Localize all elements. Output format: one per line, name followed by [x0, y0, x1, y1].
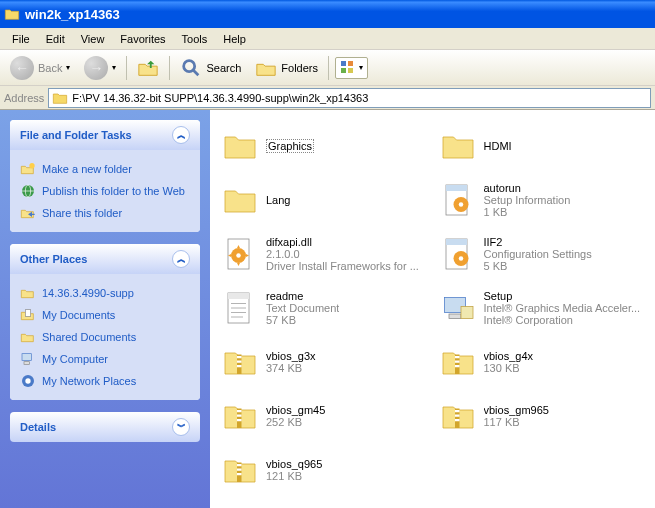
task-label: Share this folder — [42, 207, 122, 219]
chevron-up-icon: ︽ — [172, 126, 190, 144]
details-header[interactable]: Details ︾ — [10, 412, 200, 442]
task-share[interactable]: Share this folder — [20, 202, 190, 224]
zip-icon — [440, 398, 476, 434]
inf-icon — [440, 182, 476, 218]
file-meta: Intel® Corporation — [484, 314, 641, 326]
place-network[interactable]: My Network Places — [20, 370, 190, 392]
file-name: vbios_g3x — [266, 350, 316, 362]
addressbar: Address F:\PV 14.36.32-bit SUPP\14.36.3.… — [0, 86, 655, 110]
file-name: autorun — [484, 182, 571, 194]
file-item[interactable]: vbios_q965121 KB — [220, 444, 428, 496]
file-meta: Text Document — [266, 302, 339, 314]
file-meta: 57 KB — [266, 314, 339, 326]
file-item[interactable]: Graphics — [220, 120, 428, 172]
file-name: vbios_g4x — [484, 350, 534, 362]
tasks-header[interactable]: File and Folder Tasks ︽ — [10, 120, 200, 150]
places-header[interactable]: Other Places ︽ — [10, 244, 200, 274]
dll-icon — [222, 236, 258, 272]
file-meta: Configuration Settings — [484, 248, 592, 260]
place-label: My Network Places — [42, 375, 136, 387]
menu-help[interactable]: Help — [215, 31, 254, 47]
svg-rect-5 — [348, 68, 353, 73]
menu-file[interactable]: File — [4, 31, 38, 47]
file-item[interactable]: vbios_g4x130 KB — [438, 336, 646, 388]
folder-up-icon — [137, 57, 159, 79]
search-button[interactable]: Search — [176, 55, 245, 81]
svg-rect-37 — [237, 361, 242, 363]
place-my-documents[interactable]: My Documents — [20, 304, 190, 326]
sidebar: File and Folder Tasks ︽ Make a new folde… — [0, 110, 210, 508]
place-my-computer[interactable]: My Computer — [20, 348, 190, 370]
file-item[interactable]: readmeText Document57 KB — [220, 282, 428, 334]
network-icon — [20, 373, 36, 389]
details-panel: Details ︾ — [10, 412, 200, 442]
place-shared-documents[interactable]: Shared Documents — [20, 326, 190, 348]
folder-new-icon — [20, 161, 36, 177]
file-item[interactable]: difxapi.dll2.1.0.0Driver Install Framewo… — [220, 228, 428, 280]
address-path: F:\PV 14.36.32-bit SUPP\14.36.3.4990-sup… — [72, 92, 368, 104]
svg-rect-33 — [449, 314, 461, 319]
task-new-folder[interactable]: Make a new folder — [20, 158, 190, 180]
forward-button[interactable]: → ▾ — [80, 54, 120, 82]
file-item[interactable]: vbios_gm45252 KB — [220, 390, 428, 442]
file-meta: Driver Install Frameworks for ... — [266, 260, 419, 272]
up-button[interactable] — [133, 55, 163, 81]
file-meta: 252 KB — [266, 416, 325, 428]
back-button[interactable]: ← Back ▾ — [6, 54, 74, 82]
folder-icon — [222, 128, 258, 164]
separator — [169, 56, 170, 80]
ini-icon — [440, 236, 476, 272]
shared-docs-icon — [20, 329, 36, 345]
toolbar: ← Back ▾ → ▾ Search Folders ▾ — [0, 50, 655, 86]
file-text: difxapi.dll2.1.0.0Driver Install Framewo… — [266, 236, 419, 272]
chevron-down-icon: ︾ — [172, 418, 190, 436]
file-meta: 2.1.0.0 — [266, 248, 419, 260]
menu-tools[interactable]: Tools — [174, 31, 216, 47]
menu-view[interactable]: View — [73, 31, 113, 47]
file-meta: 117 KB — [484, 416, 549, 428]
file-name: Setup — [484, 290, 641, 302]
file-item[interactable]: vbios_gm965117 KB — [438, 390, 646, 442]
place-parent-folder[interactable]: 14.36.3.4990-supp — [20, 282, 190, 304]
address-label: Address — [4, 92, 44, 104]
file-text: vbios_gm45252 KB — [266, 404, 325, 428]
separator — [126, 56, 127, 80]
menu-edit[interactable]: Edit — [38, 31, 73, 47]
back-icon: ← — [10, 56, 34, 80]
file-item[interactable]: HDMI — [438, 120, 646, 172]
places-panel: Other Places ︽ 14.36.3.4990-supp My Docu… — [10, 244, 200, 400]
file-item[interactable]: Lang — [220, 174, 428, 226]
file-name: difxapi.dll — [266, 236, 419, 248]
svg-rect-48 — [455, 410, 460, 412]
task-label: Publish this folder to the Web — [42, 185, 185, 197]
svg-rect-41 — [455, 361, 460, 363]
svg-rect-23 — [446, 239, 467, 245]
zip-icon — [222, 398, 258, 434]
svg-rect-12 — [24, 362, 29, 365]
file-item[interactable]: autorunSetup Information1 KB — [438, 174, 646, 226]
menu-favorites[interactable]: Favorites — [112, 31, 173, 47]
svg-rect-44 — [237, 410, 242, 412]
folders-button[interactable]: Folders — [251, 55, 322, 81]
views-button[interactable]: ▾ — [335, 57, 368, 79]
address-field[interactable]: F:\PV 14.36.32-bit SUPP\14.36.3.4990-sup… — [48, 88, 651, 108]
file-item[interactable]: vbios_g3x374 KB — [220, 336, 428, 388]
places-title: Other Places — [20, 253, 87, 265]
file-meta: Intel® Graphics Media Acceler... — [484, 302, 641, 314]
file-name: Lang — [266, 194, 290, 206]
file-list[interactable]: GraphicsHDMILangautorunSetup Information… — [210, 110, 655, 508]
svg-point-6 — [29, 163, 34, 168]
svg-point-18 — [458, 202, 463, 207]
file-item[interactable]: IIF2Configuration Settings5 KB — [438, 228, 646, 280]
file-item[interactable]: SetupIntel® Graphics Media Acceler...Int… — [438, 282, 646, 334]
place-label: My Computer — [42, 353, 108, 365]
setup-icon — [440, 290, 476, 326]
svg-rect-52 — [237, 464, 242, 466]
folder-icon — [440, 128, 476, 164]
svg-rect-4 — [341, 68, 346, 73]
separator — [328, 56, 329, 80]
place-label: 14.36.3.4990-supp — [42, 287, 134, 299]
task-publish[interactable]: Publish this folder to the Web — [20, 180, 190, 202]
svg-rect-38 — [237, 365, 242, 367]
folder-icon — [222, 182, 258, 218]
